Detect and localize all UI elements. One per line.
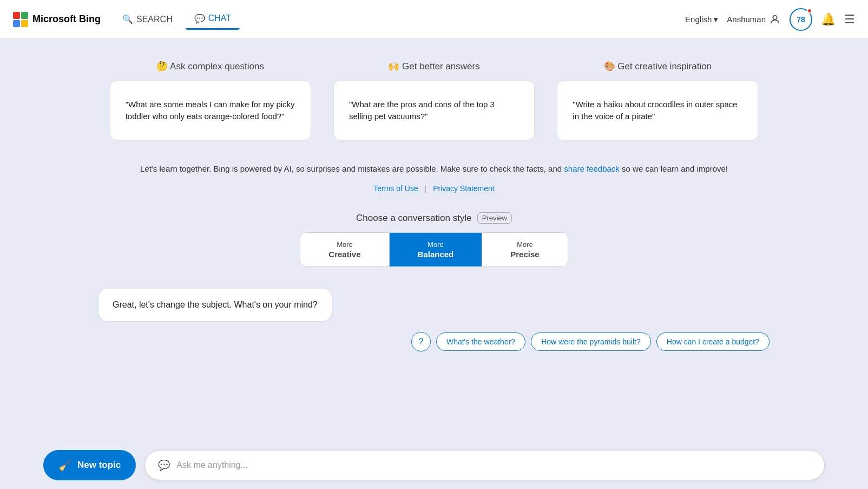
notification-bell-button[interactable]: 🔔 [821,12,836,27]
disclaimer-links: Terms of Use | Privacy Statement [98,182,770,195]
suggestion-card-2[interactable]: "What are the pros and cons of the top 3… [333,81,535,140]
main-content: 🤔 Ask complex questions "What are some m… [55,39,813,416]
conv-style-section: Choose a conversation style Preview More… [98,212,770,267]
chat-bubble: Great, let's change the subject. What's … [98,289,332,321]
bottom-bar: 🧹 New topic 💬 [0,441,868,489]
broom-icon: 🧹 [58,459,72,472]
suggestion-header-2: 🙌 Get better answers [388,61,479,72]
precise-bottom-label: Precise [510,250,539,259]
chip-weather-button[interactable]: What's the weather? [436,332,525,351]
balanced-bottom-label: Balanced [418,250,454,259]
language-button[interactable]: English ▾ [685,15,718,24]
suggestion-col-2: 🙌 Get better answers "What are the pros … [322,61,545,140]
suggestion-header-1: 🤔 Ask complex questions [156,61,264,72]
style-buttons: More Creative More Balanced More Precise [300,232,568,267]
chat-suggestions-icon-button[interactable]: ? [411,332,431,351]
bell-icon: 🔔 [821,12,836,26]
suggestion-card-1[interactable]: "What are some meals I can make for my p… [110,81,311,140]
chevron-down-icon: ▾ [714,15,718,24]
hamburger-menu-button[interactable]: ☰ [844,12,855,27]
hamburger-icon: ☰ [844,12,855,26]
balanced-top-label: More [428,240,444,249]
more-balanced-button[interactable]: More Balanced [390,233,483,266]
chat-area: Great, let's change the subject. What's … [98,289,770,321]
preview-badge: Preview [477,212,512,224]
user-area[interactable]: Anshuman [727,14,781,25]
more-precise-button[interactable]: More Precise [482,233,567,266]
user-icon [769,14,781,25]
conv-style-header: Choose a conversation style Preview [356,212,512,224]
svg-point-0 [773,15,777,19]
precise-top-label: More [517,240,533,249]
terms-of-use-link[interactable]: Terms of Use [373,184,418,193]
suggestion-card-3[interactable]: "Write a haiku about crocodiles in outer… [557,81,758,140]
more-creative-button[interactable]: More Creative [300,233,389,266]
suggestion-col-3: 🎨 Get creative inspiration "Write a haik… [546,61,770,140]
chip-pyramids-button[interactable]: How were the pyramids built? [531,332,651,351]
suggestion-row: 🤔 Ask complex questions "What are some m… [98,61,770,140]
creative-top-label: More [337,240,353,249]
nav-right: English ▾ Anshuman 78 🔔 ☰ [685,8,855,31]
new-topic-button[interactable]: 🧹 New topic [43,450,136,480]
search-nav-label: SEARCH [136,15,173,24]
search-nav-link[interactable]: 🔍 SEARCH [114,10,181,29]
chips-area: ? What's the weather? How were the pyram… [98,332,770,351]
suggestion-header-3: 🎨 Get creative inspiration [604,61,712,72]
points-notification-dot [807,8,812,14]
link-separator: | [425,184,429,193]
nav-links: 🔍 SEARCH 💬 CHAT [114,9,685,30]
search-nav-icon: 🔍 [122,14,133,24]
suggestion-col-1: 🤔 Ask complex questions "What are some m… [98,61,322,140]
logo-text: Microsoft Bing [32,14,101,25]
language-label: English [685,15,712,24]
disclaimer-section: Let's learn together. Bing is powered by… [98,162,770,195]
chat-nav-label: CHAT [208,14,231,23]
creative-bottom-label: Creative [328,250,360,259]
search-bar[interactable]: 💬 [144,450,825,480]
disclaimer-text: Let's learn together. Bing is powered by… [98,162,770,176]
chip-budget-button[interactable]: How can I create a budget? [656,332,770,351]
privacy-statement-link[interactable]: Privacy Statement [433,184,495,193]
conv-style-label: Choose a conversation style [356,213,472,224]
points-value: 78 [797,15,805,24]
question-mark-icon: ? [418,337,423,347]
points-badge[interactable]: 78 [790,8,812,31]
logo-area[interactable]: Microsoft Bing [13,12,101,27]
new-topic-label: New topic [77,460,121,471]
navbar: Microsoft Bing 🔍 SEARCH 💬 CHAT English ▾… [0,0,868,39]
chat-nav-icon: 💬 [194,14,205,24]
search-input[interactable] [176,460,811,470]
bing-logo [13,12,28,27]
user-name-label: Anshuman [727,15,766,24]
search-bar-chat-icon: 💬 [158,459,170,471]
share-feedback-link[interactable]: share feedback [564,164,620,173]
chat-nav-link[interactable]: 💬 CHAT [186,9,240,30]
